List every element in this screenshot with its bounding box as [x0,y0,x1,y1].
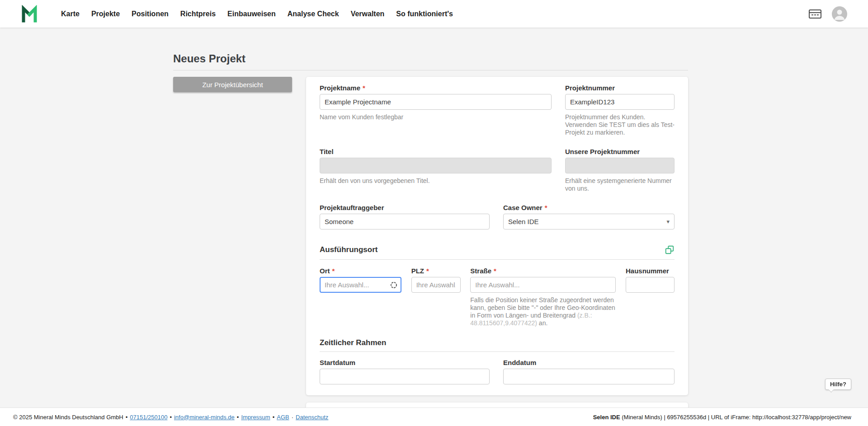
projektnummer-field: Projektnummer Projektnummer des Kunden. … [565,84,675,136]
projektname-hint: Name vom Kunden festlegbar [320,113,552,121]
project-form-card: Projektname* Name vom Kunden festlegbar … [306,77,688,395]
startdatum-input[interactable] [320,369,490,384]
phone-link[interactable]: 07151/250100 [130,414,167,421]
main-area: Neues Projekt Zur Projektübersicht Proje… [0,28,868,407]
hausnummer-field: Hausnummer [626,267,675,293]
session-user: Selen IDE [593,414,620,421]
nav-item-karte[interactable]: Karte [61,10,80,18]
nav-item-verwalten[interactable]: Verwalten [351,10,385,18]
nav-item-positionen[interactable]: Positionen [132,10,169,18]
app-logo[interactable] [20,5,38,23]
keyboard-icon[interactable] [808,9,822,19]
hausnummer-label: Hausnummer [626,267,675,275]
enddatum-field: Enddatum [503,359,675,384]
ort-label: Ort* [320,267,401,275]
ausfuehrungsort-section-header: Ausführungsort [320,245,675,255]
unsere-projektnummer-field: Unsere Projektnummer Erhält eine systemg… [565,148,675,192]
zeitlicher-rahmen-section-header: Zeitlicher Rahmen [320,339,675,347]
startdatum-field: Startdatum [320,359,490,384]
ort-input[interactable] [320,277,401,293]
unsere-projektnummer-label: Unsere Projektnummer [565,148,675,156]
page-title: Neues Projekt [173,53,688,64]
help-label: Hilfe? [830,381,846,388]
user-avatar[interactable] [832,6,847,22]
top-navbar: Karte Projekte Positionen Richtpreis Ein… [0,0,868,28]
chevron-down-icon: ▾ [666,219,670,225]
ausfuehrungsort-title: Ausführungsort [320,246,377,254]
nav-item-so-funktionierts[interactable]: So funktioniert's [396,10,453,18]
session-info: (Mineral Minds) | 69576255536d | URL of … [620,414,851,421]
enddatum-label: Enddatum [503,359,675,367]
plz-input[interactable] [411,277,461,293]
required-asterisk: * [494,267,496,275]
footer-right: Selen IDE (Mineral Minds) | 69576255536d… [593,414,851,421]
required-asterisk: * [363,84,365,92]
required-asterisk: * [426,267,429,275]
zeitlicher-rahmen-divider [320,351,675,352]
projektnummer-input[interactable] [565,94,675,110]
footer-left: © 2025 Mineral Minds Deutschland GmbH•07… [13,414,328,421]
help-button[interactable]: Hilfe? [825,379,851,390]
titel-label: Titel [320,148,552,156]
nav-item-analyse-check[interactable]: Analyse Check [288,10,339,18]
nav-item-richtpreis[interactable]: Richtpreis [180,10,216,18]
projektname-label: Projektname* [320,84,552,92]
projektname-field: Projektname* Name vom Kunden festlegbar [320,84,552,121]
projektauftraggeber-field: Projektauftraggeber [320,204,490,229]
case-owner-select[interactable]: Selen IDE ▾ [503,214,675,229]
left-column: Zur Projektübersicht [173,77,292,92]
case-owner-label: Case Owner* [503,204,675,212]
projektauftraggeber-label: Projektauftraggeber [320,204,490,212]
main-nav: Karte Projekte Positionen Richtpreis Ein… [61,10,453,18]
enddatum-input[interactable] [503,369,675,384]
nav-item-einbauweisen[interactable]: Einbauweisen [227,10,276,18]
datenschutz-link[interactable]: Datenschutz [296,414,328,421]
strasse-hint: Falls die Position keiner Straße zugeord… [470,296,616,327]
next-card-peek [306,403,688,407]
startdatum-label: Startdatum [320,359,490,367]
nav-item-projekte[interactable]: Projekte [91,10,120,18]
title-divider [173,70,688,70]
projektauftraggeber-input[interactable] [320,214,490,229]
unsere-projektnummer-hint: Erhält eine systemgenerierte Nummer von … [565,177,675,192]
ausfuehrungsort-divider [320,259,675,260]
titel-hint: Erhält den von uns vorgegebenen Titel. [320,177,552,185]
case-owner-field: Case Owner* Selen IDE ▾ [503,204,675,229]
loading-spinner-icon [390,281,397,289]
case-owner-value: Selen IDE [508,218,539,225]
projektnummer-hint: Projektnummer des Kunden. Verwenden Sie … [565,113,675,136]
navbar-right [808,6,868,22]
footer: © 2025 Mineral Minds Deutschland GmbH•07… [0,407,868,426]
hausnummer-input[interactable] [626,277,675,293]
plz-label: PLZ* [411,267,461,275]
unsere-projektnummer-input [565,158,675,173]
required-asterisk: * [332,267,335,275]
copy-icon[interactable] [665,245,675,255]
strasse-input[interactable] [470,277,616,293]
impressum-link[interactable]: Impressum [241,414,270,421]
titel-input [320,158,552,173]
ort-field: Ort* [320,267,401,293]
logo-m-icon [20,5,38,23]
project-overview-button[interactable]: Zur Projektübersicht [173,77,292,92]
required-asterisk: * [545,204,547,211]
projektnummer-label: Projektnummer [565,84,675,92]
zeitlicher-rahmen-title: Zeitlicher Rahmen [320,339,386,347]
strasse-field: Straße* Falls die Position keiner Straße… [470,267,616,327]
copyright-text: © 2025 Mineral Minds Deutschland GmbH [13,414,123,421]
email-link[interactable]: info@mineral-minds.de [174,414,235,421]
agb-link[interactable]: AGB [277,414,289,421]
plz-field: PLZ* [411,267,461,293]
strasse-label: Straße* [470,267,616,275]
titel-field: Titel Erhält den von uns vorgegebenen Ti… [320,148,552,185]
projektname-input[interactable] [320,94,552,110]
